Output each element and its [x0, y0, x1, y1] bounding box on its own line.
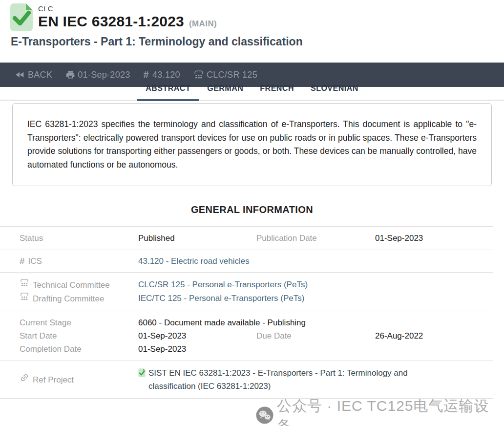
ics-label: # ICS	[20, 255, 138, 268]
committee-item[interactable]: CLC/SR 125	[193, 69, 257, 80]
ref-project-text: SIST EN IEC 63281-1:2023 - E-Transporter…	[148, 366, 441, 393]
tab-slovenian[interactable]: SLOVENIAN	[302, 84, 367, 100]
watermark-text: 公众号 · IEC TC125电气运输设备	[277, 396, 504, 426]
back-label: BACK	[28, 70, 52, 80]
completion-date-value: 01-Sep-2023	[138, 342, 256, 356]
table-row-status: Status Published Publication Date 01-Sep…	[0, 226, 493, 250]
meta-toolbar: BACK 01-Sep-2023 # 43.120	[0, 63, 504, 87]
standard-detail-page: CLC EN IEC 63281-1:2023 (MAIN) E-Transpo…	[0, 0, 504, 426]
current-stage-label: Current Stage	[20, 316, 138, 329]
technical-committee-value[interactable]: CLC/SR 125 - Personal e-Transporters (Pe…	[138, 278, 493, 292]
due-date-label: Due Date	[256, 329, 375, 342]
groups-icon	[20, 292, 29, 305]
ics-item: # 43.120	[144, 69, 180, 81]
organization-label: CLC	[38, 4, 53, 13]
title-suffix: (MAIN)	[189, 19, 217, 29]
drafting-committee-label-text: Drafting Committee	[33, 292, 104, 305]
ref-project-label-text: Ref Project	[33, 373, 74, 386]
back-button[interactable]: BACK	[15, 69, 52, 80]
ics-code: 43.120	[152, 70, 180, 80]
link-icon	[20, 373, 29, 386]
ref-project-link[interactable]: SIST EN IEC 63281-1:2023 - E-Transporter…	[138, 366, 493, 393]
table-row-ics: # ICS 43.120 - Electric road vehicles	[0, 250, 493, 272]
general-information-heading: GENERAL INFORMATION	[0, 204, 504, 215]
document-check-icon	[138, 368, 146, 377]
status-value: Published	[138, 232, 256, 245]
publish-date-item: 01-Sep-2023	[65, 70, 130, 80]
drafting-committee-label: Drafting Committee	[20, 292, 138, 305]
rewind-icon	[15, 69, 25, 80]
wechat-icon	[256, 406, 273, 426]
start-date-value: 01-Sep-2023	[138, 329, 256, 342]
abstract-text: IEC 63281-1:2023 specifies the terminolo…	[27, 118, 477, 171]
technical-committee-label-text: Technical Committee	[33, 278, 110, 292]
tab-french[interactable]: FRENCH	[252, 84, 302, 100]
due-date-value: 26-Aug-2022	[375, 329, 493, 342]
page-title: EN IEC 63281-1:2023	[38, 13, 184, 30]
ics-label-text: ICS	[28, 255, 42, 268]
status-label: Status	[20, 232, 138, 245]
abstract-panel: IEC 63281-1:2023 specifies the terminolo…	[12, 103, 492, 186]
printer-icon	[65, 70, 75, 80]
watermark: 公众号 · IEC TC125电气运输设备	[256, 396, 504, 426]
start-date-label: Start Date	[20, 329, 138, 342]
groups-icon	[20, 278, 29, 292]
publish-date: 01-Sep-2023	[78, 70, 130, 80]
hash-icon: #	[144, 69, 149, 81]
committee-code: CLC/SR 125	[207, 70, 257, 80]
general-information-table: Status Published Publication Date 01-Sep…	[0, 226, 493, 399]
table-row-ref-project: Ref Project SIST EN IEC 63281-1:2023 - E…	[0, 361, 493, 398]
completion-date-label: Completion Date	[20, 342, 138, 356]
tab-german[interactable]: GERMAN	[199, 84, 252, 100]
technical-committee-label: Technical Committee	[20, 278, 138, 292]
page-subtitle: E-Transporters - Part 1: Terminology and…	[11, 35, 303, 48]
publication-date-label: Publication Date	[256, 232, 375, 245]
drafting-committee-value[interactable]: IEC/TC 125 - Personal e-Transporters (Pe…	[138, 292, 493, 305]
ics-value-link[interactable]: 43.120 - Electric road vehicles	[138, 255, 493, 268]
table-row-committees: Technical Committee CLC/SR 125 - Persona…	[0, 272, 493, 311]
current-stage-value: 6060 - Document made available - Publish…	[138, 316, 493, 329]
table-row-stage: Current Stage 6060 - Document made avail…	[0, 311, 493, 361]
ref-project-label: Ref Project	[20, 366, 138, 393]
page-header: CLC EN IEC 63281-1:2023 (MAIN) E-Transpo…	[0, 0, 504, 63]
document-check-icon	[10, 3, 33, 33]
hash-icon: #	[20, 255, 25, 268]
tab-abstract[interactable]: ABSTRACT	[137, 84, 199, 100]
title-line: EN IEC 63281-1:2023 (MAIN)	[38, 13, 217, 30]
publication-date-value: 01-Sep-2023	[375, 232, 493, 245]
groups-icon	[193, 69, 204, 80]
